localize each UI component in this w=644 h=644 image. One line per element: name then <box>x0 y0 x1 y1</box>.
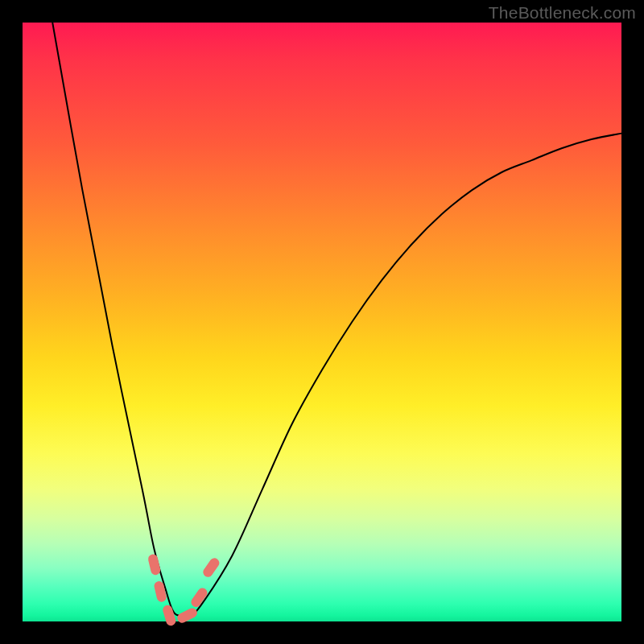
minimum-marker <box>201 556 221 579</box>
watermark-label: TheBottleneck.com <box>489 3 636 23</box>
minimum-marker <box>153 580 167 603</box>
chart-frame: TheBottleneck.com <box>0 0 644 644</box>
minimum-markers <box>147 553 221 626</box>
minimum-marker <box>162 604 177 626</box>
plot-area <box>23 23 621 621</box>
bottleneck-curve-svg <box>23 23 621 621</box>
minimum-marker <box>147 553 162 576</box>
minimum-marker <box>175 606 199 624</box>
bottleneck-curve <box>52 23 621 617</box>
